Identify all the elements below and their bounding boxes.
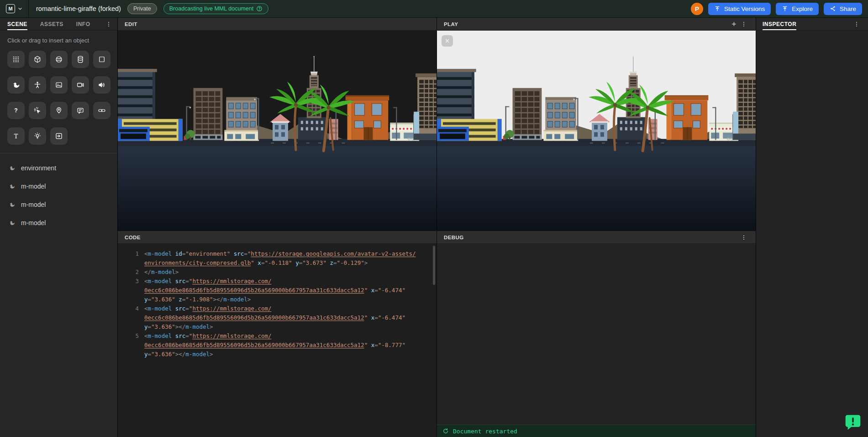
image-icon (55, 81, 63, 89)
code-line: 1<m-model id="environment" src="https://… (123, 249, 437, 268)
svg-text:T: T (14, 133, 18, 140)
insert-tool-grid: ? T (0, 44, 117, 153)
insert-portal-button[interactable] (50, 127, 68, 145)
insert-image-button[interactable] (50, 76, 68, 94)
insert-plane-button[interactable] (7, 51, 25, 68)
scene-tree-item-label: m-model (21, 183, 46, 190)
document-title: romantic-lime-giraffe (forked) (36, 5, 121, 12)
explore-button[interactable]: Explore (776, 3, 819, 15)
scene-tree-item[interactable]: m-model (0, 214, 117, 232)
code-line: 5<m-model src="https://mmlstorage.com/0e… (123, 332, 437, 359)
insert-character-button[interactable] (29, 76, 46, 94)
video-camera-icon (76, 81, 84, 89)
insert-prompt-button[interactable]: ? (7, 102, 25, 119)
broadcast-badge[interactable]: Broadcasting live MML document (163, 3, 268, 14)
edit-3d-scene (118, 31, 437, 231)
edit-viewport[interactable] (118, 31, 437, 231)
debug-menu-kebab-icon[interactable] (739, 232, 749, 242)
model-duck-icon (9, 220, 16, 226)
feedback-button[interactable] (844, 414, 862, 431)
scene-tree-item-label: environment (21, 164, 56, 172)
user-avatar[interactable]: P (691, 3, 703, 15)
edit-panel: EDIT CODE 1<m-model id="environment" src… (118, 18, 437, 437)
insert-sphere-button[interactable] (50, 51, 68, 68)
sidebar-menu-kebab-icon[interactable] (104, 19, 114, 29)
chat-bubble-icon (76, 106, 84, 115)
insert-hint: Click or drag to insert an object (0, 31, 117, 44)
play-close-button[interactable] (442, 35, 453, 47)
insert-light-button[interactable] (29, 127, 46, 145)
static-versions-button[interactable]: Static Versions (708, 3, 771, 15)
scene-tree-item[interactable]: environment (0, 159, 117, 177)
topbar-divider (28, 0, 29, 18)
insert-cylinder-button[interactable] (72, 51, 89, 68)
insert-video-button[interactable] (72, 76, 89, 94)
insert-audio-button[interactable] (93, 76, 110, 94)
debug-status-text: Document restarted (453, 428, 517, 435)
insert-interaction-button[interactable] (29, 102, 46, 119)
tab-assets[interactable]: ASSETS (40, 18, 63, 30)
main-layout: SCENE ASSETS INFO Click or drag to inser… (0, 18, 868, 437)
edit-panel-header: EDIT (118, 18, 437, 31)
inspector-header: INSPECTOR (756, 18, 868, 31)
code-panel-header: CODE (118, 231, 437, 244)
scene-tree-item[interactable]: m-model (0, 177, 117, 195)
tab-scene[interactable]: SCENE (7, 18, 27, 30)
sidebar: SCENE ASSETS INFO Click or drag to inser… (0, 18, 118, 437)
insert-duck-button[interactable] (7, 76, 25, 94)
square-icon (98, 55, 106, 63)
code-lines: 1<m-model id="environment" src="https://… (123, 249, 437, 359)
scene-tree: environment m-model m-model m-model (0, 153, 117, 232)
play-3d-scene (437, 31, 756, 231)
code-scrollbar[interactable] (433, 246, 435, 285)
question-mark-icon: ? (12, 106, 20, 115)
inspector-panel: INSPECTOR (756, 18, 868, 437)
play-menu-kebab-icon[interactable] (739, 19, 749, 29)
help-circle-icon[interactable] (256, 5, 263, 12)
cube-icon (33, 55, 42, 63)
insert-chat-bubble-button[interactable] (72, 102, 89, 119)
chevron-down-icon[interactable] (17, 6, 23, 11)
app-logo-letter: M (8, 6, 12, 11)
play-viewport[interactable] (437, 31, 756, 231)
model-duck-icon (9, 165, 16, 172)
upload-icon (714, 5, 721, 12)
broadcast-badge-label: Broadcasting live MML document (169, 5, 253, 12)
insert-position-probe-button[interactable] (50, 102, 68, 119)
insert-cube-button[interactable] (29, 51, 46, 68)
duck-icon (12, 81, 21, 90)
model-duck-icon (9, 183, 16, 190)
speaker-icon (98, 81, 106, 89)
scene-tree-item[interactable]: m-model (0, 195, 117, 214)
play-panel-title: PLAY (444, 21, 458, 27)
cursor-click-icon (33, 106, 42, 115)
tab-info[interactable]: INFO (76, 18, 90, 30)
insert-link-button[interactable] (93, 102, 110, 119)
private-badge: Private (127, 3, 157, 14)
character-icon (33, 81, 42, 89)
light-bulb-icon (33, 132, 42, 140)
feedback-bubble-icon (844, 414, 862, 431)
debug-panel-title: DEBUG (444, 235, 464, 240)
link-icon (98, 106, 106, 115)
code-editor[interactable]: 1<m-model id="environment" src="https://… (118, 244, 437, 437)
play-panel-header: PLAY (437, 18, 756, 31)
play-add-button[interactable] (729, 19, 739, 29)
text-icon: T (12, 132, 20, 140)
insert-quad-button[interactable] (93, 51, 110, 68)
insert-text-button[interactable]: T (7, 127, 25, 145)
cylinder-icon (76, 55, 84, 63)
tab-inspector[interactable]: INSPECTOR (763, 18, 796, 30)
debug-status-bar: Document restarted (437, 425, 756, 437)
code-line: 2</m-model> (123, 268, 437, 277)
sphere-icon (55, 55, 63, 63)
app-logo[interactable]: M (6, 4, 15, 13)
inspector-menu-kebab-icon[interactable] (852, 19, 862, 29)
close-icon (444, 38, 450, 44)
debug-log[interactable] (437, 244, 756, 425)
share-button[interactable]: Share (824, 3, 862, 15)
map-pin-icon (55, 106, 63, 115)
play-panel: PLAY DEBUG Document restarted (437, 18, 756, 437)
code-panel-title: CODE (125, 235, 141, 240)
restart-icon (442, 428, 449, 434)
